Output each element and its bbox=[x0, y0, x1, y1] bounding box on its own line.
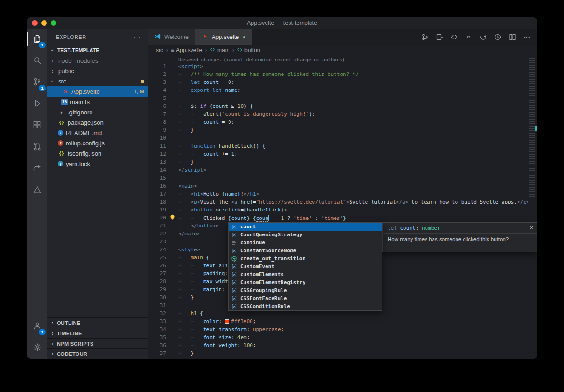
code-line-10[interactable]: 10 bbox=[148, 134, 537, 142]
tree-item-label: App.svelte bbox=[71, 88, 100, 95]
suggest-item-CustomElementRegistry[interactable]: CustomElementRegistry bbox=[229, 279, 382, 286]
code-line-33[interactable]: 33→ → color: #ff3e00; bbox=[148, 317, 537, 325]
tree-item-src[interactable]: ›src bbox=[47, 76, 148, 86]
target-icon[interactable] bbox=[465, 33, 473, 41]
more-actions-icon[interactable] bbox=[523, 33, 531, 41]
line-number: 32 bbox=[148, 310, 166, 317]
suggest-item-customElements[interactable]: customElements bbox=[229, 271, 382, 279]
suggest-item-count[interactable]: count bbox=[229, 223, 382, 231]
breadcrumb-item-app-svelte[interactable]: ≡App.svelte bbox=[171, 47, 202, 53]
suggest-item-label: count bbox=[240, 224, 256, 230]
overview-ruler-mark bbox=[535, 126, 537, 131]
tree-item-yarn.lock[interactable]: yyarn.lock bbox=[47, 158, 148, 169]
panel-npm-scripts[interactable]: ›NPM SCRIPTS bbox=[47, 338, 148, 348]
tree-item-tsconfig.json[interactable]: {}tsconfig.json bbox=[47, 148, 148, 158]
panel-outline[interactable]: ›OUTLINE bbox=[47, 317, 148, 328]
breadcrumb-item-src[interactable]: src bbox=[156, 47, 163, 53]
suggest-item-CountQueuingStrategy[interactable]: CountQueuingStrategy bbox=[229, 231, 382, 239]
open-changes-icon[interactable] bbox=[436, 33, 443, 41]
suggest-item-CSSConditionRule[interactable]: CSSConditionRule bbox=[229, 302, 382, 310]
color-swatch[interactable] bbox=[225, 319, 229, 324]
suggest-item-CustomEvent[interactable]: CustomEvent bbox=[229, 263, 382, 271]
suggest-item-create_out_transition[interactable]: create_out_transition bbox=[229, 255, 382, 263]
code-line-2[interactable]: 2→ /** How many times has someone clicke… bbox=[148, 70, 537, 78]
panel-codetour[interactable]: ›CODETOUR bbox=[47, 348, 148, 359]
activity-item-search[interactable] bbox=[27, 50, 47, 72]
zoom-window-button[interactable] bbox=[51, 20, 56, 26]
split-editor-icon[interactable] bbox=[509, 33, 516, 41]
code-line-13[interactable]: 13→ } bbox=[148, 158, 537, 166]
code-line-9[interactable]: 9→ } bbox=[148, 126, 537, 134]
tree-item-node_modules[interactable]: ›node_modules bbox=[47, 55, 148, 66]
suggest-item-CSSGroupingRule[interactable]: CSSGroupingRule bbox=[229, 286, 382, 294]
code-line-5[interactable]: 5 bbox=[148, 94, 537, 102]
code-line-12[interactable]: 12→ → count += 1; bbox=[148, 150, 537, 158]
code-line-20[interactable]: 20→ → Clicked {count} {coun == 1 ? 'time… bbox=[148, 214, 537, 222]
code-line-11[interactable]: 11→ function handleClick() { bbox=[148, 142, 537, 150]
ts-icon: TS bbox=[61, 99, 68, 105]
tree-item-label: .gitignore bbox=[68, 109, 92, 116]
close-window-button[interactable] bbox=[32, 20, 38, 26]
tree-item-rollup.config.js[interactable]: rrollup.config.js bbox=[47, 138, 148, 148]
code-line-16[interactable]: 16<main> bbox=[148, 182, 537, 190]
code-line-4[interactable]: 4→ export let name; bbox=[148, 86, 537, 94]
lightbulb-icon[interactable] bbox=[169, 214, 175, 222]
tab-app-svelte[interactable]: SApp.svelte● bbox=[195, 29, 252, 45]
code-line-19[interactable]: 19→ <button on:click={handleClick}> bbox=[148, 206, 537, 214]
code-line-6[interactable]: 6→ $: if (count ≥ 10) { bbox=[148, 102, 537, 110]
breadcrumb-item-main[interactable]: main bbox=[210, 47, 229, 54]
activity-item-settings[interactable] bbox=[27, 337, 47, 359]
code-line-35[interactable]: 35→ → font-size: 4em; bbox=[148, 333, 537, 341]
chevron-right-icon: › bbox=[49, 319, 56, 326]
tree-item-package.json[interactable]: {}package.json bbox=[47, 117, 148, 128]
svelte-icon: S bbox=[201, 33, 209, 40]
tree-item-public[interactable]: ›public bbox=[47, 66, 148, 76]
editor[interactable]: Unsaved changes (cannot determine recent… bbox=[148, 55, 537, 359]
code-line-34[interactable]: 34→ → text-transform: uppercase; bbox=[148, 325, 537, 333]
title-bar[interactable]: App.svelte — test-template bbox=[27, 17, 537, 29]
commit-graph-icon[interactable] bbox=[421, 33, 429, 41]
breadcrumb-item-button[interactable]: button bbox=[237, 47, 260, 54]
suggest-item-continue[interactable]: continue bbox=[229, 239, 382, 247]
tree-item-App.svelte[interactable]: SApp.svelte1, M bbox=[47, 86, 148, 97]
minimap[interactable] bbox=[528, 55, 537, 359]
code-line-37[interactable]: 37→ } bbox=[148, 349, 537, 357]
breadcrumb-label: src bbox=[156, 47, 163, 53]
code-line-7[interactable]: 7→ → alert(`count is dangerously high!`)… bbox=[148, 110, 537, 118]
history-icon[interactable] bbox=[494, 33, 502, 41]
activity-item-run-debug[interactable] bbox=[27, 93, 47, 115]
code-line-1[interactable]: 1<script> bbox=[148, 62, 537, 70]
activity-item-extensions[interactable] bbox=[27, 115, 47, 136]
suggest-item-ConstantSourceNode[interactable]: ConstantSourceNode bbox=[229, 247, 382, 255]
suggest-docs-panel: let count: number × How many times has s… bbox=[382, 222, 537, 252]
code-line-15[interactable]: 15 bbox=[148, 174, 537, 182]
code-line-8[interactable]: 8→ → count = 9; bbox=[148, 118, 537, 126]
code-line-36[interactable]: 36→ → font-weight: 100; bbox=[148, 341, 537, 349]
code-line-3[interactable]: 3→ let count = 0; bbox=[148, 78, 537, 86]
activity-bar: 11 1 bbox=[27, 29, 47, 359]
code-line-14[interactable]: 14</script> bbox=[148, 166, 537, 174]
code-line-17[interactable]: 17→ <h1>Hello {name}!</h1> bbox=[148, 190, 537, 198]
suggest-item-CSSFontFaceRule[interactable]: CSSFontFaceRule bbox=[229, 294, 382, 302]
activity-item-liveshare[interactable] bbox=[27, 158, 47, 180]
panel-timeline[interactable]: ›TIMELINE bbox=[47, 328, 148, 338]
close-icon[interactable]: × bbox=[529, 225, 533, 231]
activity-item-source-control[interactable]: 1 bbox=[27, 72, 47, 93]
tree-item-main.ts[interactable]: TSmain.ts bbox=[47, 97, 148, 107]
code-line-18[interactable]: 18→ <p>Visit the <a href="https://svelte… bbox=[148, 198, 537, 206]
activity-item-github[interactable] bbox=[27, 136, 47, 158]
run-debug-icon bbox=[32, 98, 42, 110]
tree-item-README.md[interactable]: iREADME.md bbox=[47, 128, 148, 138]
tab-welcome[interactable]: Welcome bbox=[148, 29, 195, 45]
minimize-window-button[interactable] bbox=[41, 20, 47, 26]
tree-item-.gitignore[interactable]: ◆.gitignore bbox=[47, 107, 148, 117]
sync-icon[interactable] bbox=[480, 33, 487, 41]
explorer-section-header[interactable]: › TEST-TEMPLATE bbox=[47, 45, 148, 55]
activity-item-account[interactable]: 1 bbox=[27, 316, 47, 337]
more-actions-icon[interactable]: ··· bbox=[133, 33, 141, 41]
activity-item-azure[interactable] bbox=[27, 180, 47, 201]
tab-label: Welcome bbox=[164, 34, 189, 40]
code-bracket-icon[interactable] bbox=[450, 33, 458, 41]
activity-item-explorer[interactable]: 1 bbox=[27, 29, 47, 50]
git-icon: ◆ bbox=[58, 110, 65, 115]
